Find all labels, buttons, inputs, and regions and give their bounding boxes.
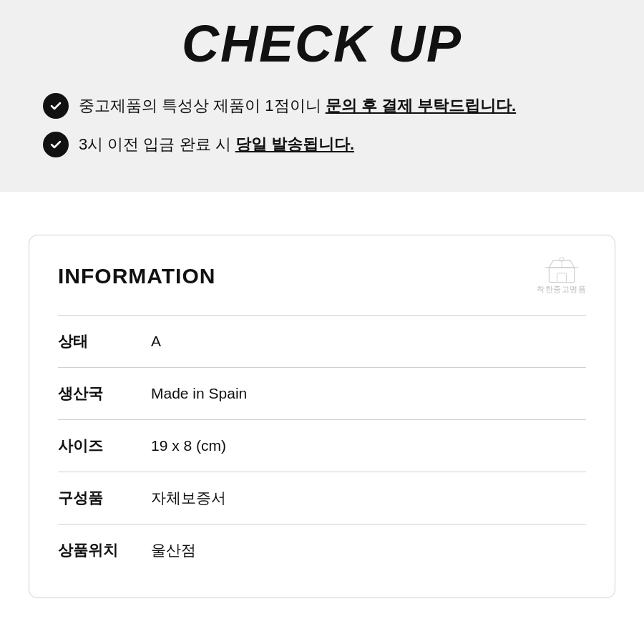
svg-rect-0 bbox=[549, 268, 574, 283]
info-label-4: 상품위치 bbox=[58, 525, 151, 577]
brand-logo: 착한중고명품 bbox=[537, 257, 586, 295]
info-header: INFORMATION 착한중고명품 bbox=[58, 257, 586, 295]
table-row: 사이즈 19 x 8 (cm) bbox=[58, 420, 586, 472]
store-icon bbox=[545, 257, 579, 283]
info-table: 상태 A 생산국 Made in Spain 사이즈 19 x 8 (cm) 구… bbox=[58, 315, 586, 576]
info-value-3: 자체보증서 bbox=[151, 472, 586, 525]
checkmark-icon-2 bbox=[43, 132, 69, 157]
table-row: 상태 A bbox=[58, 316, 586, 368]
check-text-1: 중고제품의 특성상 제품이 1점이니 문의 후 결제 부탁드립니다. bbox=[79, 95, 516, 117]
check-item-2: 3시 이전 입금 완료 시 당일 발송됩니다. bbox=[29, 132, 615, 157]
svg-rect-1 bbox=[557, 273, 566, 283]
table-row: 생산국 Made in Spain bbox=[58, 368, 586, 420]
info-value-4: 울산점 bbox=[151, 525, 586, 577]
check-text-2-bold: 당일 발송됩니다. bbox=[235, 135, 354, 153]
page-title: CHECK UP bbox=[29, 14, 615, 73]
info-value-1: Made in Spain bbox=[151, 368, 586, 420]
info-label-1: 생산국 bbox=[58, 368, 151, 420]
brand-logo-text: 착한중고명품 bbox=[537, 284, 586, 295]
checkmark-icon-1 bbox=[43, 93, 69, 119]
spacer bbox=[0, 192, 644, 235]
info-label-0: 상태 bbox=[58, 316, 151, 368]
header-section: CHECK UP 중고제품의 특성상 제품이 1점이니 문의 후 결제 부탁드립… bbox=[0, 0, 644, 192]
check-text-1-bold: 문의 후 결제 부탁드립니다. bbox=[326, 97, 516, 114]
table-row: 상품위치 울산점 bbox=[58, 525, 586, 577]
info-label-2: 사이즈 bbox=[58, 420, 151, 472]
info-label-3: 구성품 bbox=[58, 472, 151, 525]
info-card: INFORMATION 착한중고명품 상태 A 생산국 Made in Spai… bbox=[29, 235, 615, 598]
table-row: 구성품 자체보증서 bbox=[58, 472, 586, 525]
info-value-2: 19 x 8 (cm) bbox=[151, 420, 586, 472]
info-title: INFORMATION bbox=[58, 264, 215, 288]
info-value-0: A bbox=[151, 316, 586, 368]
check-text-2: 3시 이전 입금 완료 시 당일 발송됩니다. bbox=[79, 134, 354, 156]
check-item-1: 중고제품의 특성상 제품이 1점이니 문의 후 결제 부탁드립니다. bbox=[29, 93, 615, 119]
